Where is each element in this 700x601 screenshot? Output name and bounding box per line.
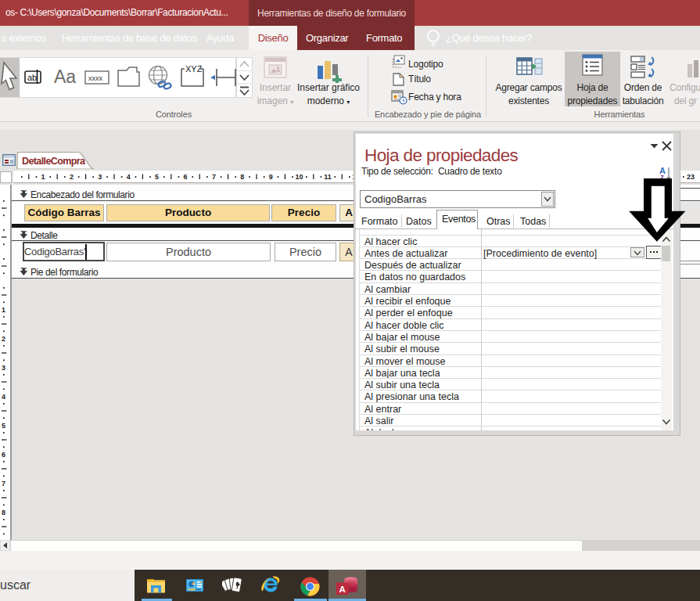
svg-text:1: 1	[41, 173, 45, 181]
svg-text:5: 5	[2, 422, 5, 430]
svg-text:6: 6	[183, 173, 187, 181]
svg-text:xxxx: xxxx	[88, 74, 103, 82]
svg-text:5: 5	[155, 173, 159, 181]
svg-text:11: 11	[324, 173, 332, 181]
svg-text:XYZ: XYZ	[185, 64, 203, 74]
svg-text:2: 2	[2, 335, 5, 343]
svg-text:A: A	[339, 585, 346, 594]
svg-text:2: 2	[70, 173, 74, 181]
svg-text:4: 4	[2, 393, 5, 401]
svg-text:3: 3	[2, 364, 5, 372]
svg-text:6: 6	[2, 451, 5, 459]
svg-text:4: 4	[127, 173, 131, 181]
svg-text:1: 1	[2, 306, 5, 314]
svg-text:3: 3	[98, 173, 102, 181]
svg-text:7: 7	[2, 480, 5, 488]
svg-text:7: 7	[212, 173, 216, 181]
svg-text:9: 9	[269, 173, 273, 181]
svg-text:10: 10	[296, 173, 303, 181]
svg-text:8: 8	[2, 509, 5, 516]
svg-text:8: 8	[240, 173, 244, 181]
svg-text:ab: ab	[27, 73, 37, 82]
